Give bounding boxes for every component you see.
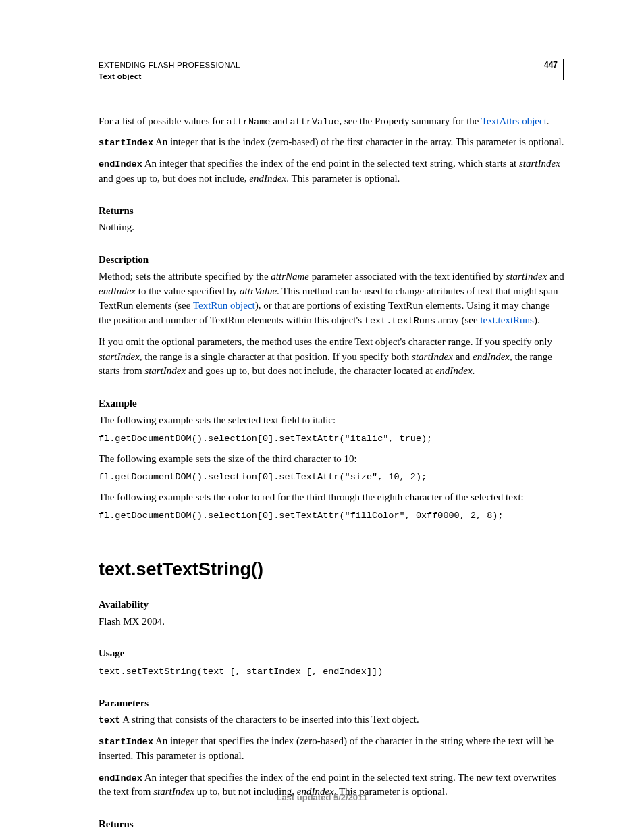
param-startindex: startIndex An integer that specifies the…: [99, 734, 564, 764]
page-number: 447: [544, 59, 564, 80]
footer-updated: Last updated 5/2/2011: [0, 791, 644, 804]
italic: endIndex: [249, 173, 286, 184]
example-label: Example: [99, 396, 564, 411]
code-inline: attrValue: [290, 117, 340, 127]
italic: attrName: [271, 271, 309, 282]
link-textattrs-object[interactable]: TextAttrs object: [481, 115, 547, 126]
example-text-3: The following example sets the color to …: [99, 490, 564, 505]
param-text: An integer that is the index (zero-based…: [153, 136, 564, 147]
param-label: startIndex: [99, 737, 153, 747]
text: , see the Property summary for the: [339, 115, 481, 126]
text: , the range is a single character at tha…: [140, 351, 412, 362]
param-label: endIndex: [99, 773, 142, 783]
text: parameter associated with the text ident…: [309, 271, 506, 282]
text: to the value specified by: [136, 286, 240, 296]
text: .: [473, 365, 475, 376]
italic: startIndex: [412, 351, 453, 362]
param-label: endIndex: [99, 159, 142, 170]
italic: startIndex: [519, 158, 560, 169]
italic: endIndex: [473, 351, 510, 362]
code-inline: attrName: [227, 117, 271, 127]
italic: endIndex: [435, 365, 473, 376]
usage-code: text.setTextString(text [, startIndex [,…: [99, 665, 564, 679]
code-inline: text.textRuns: [365, 316, 435, 326]
example-code-3: fl.getDocumentDOM().selection[0].setText…: [99, 509, 564, 523]
method-heading: text.setTextString(): [99, 556, 564, 583]
page: EXTENDING FLASH PROFESSIONAL Text object…: [0, 0, 644, 834]
header-left: EXTENDING FLASH PROFESSIONAL Text object: [99, 59, 240, 83]
availability-text: Flash MX 2004.: [99, 615, 564, 629]
description-label: Description: [99, 253, 564, 267]
page-header: EXTENDING FLASH PROFESSIONAL Text object…: [99, 59, 564, 83]
text: .: [547, 115, 549, 126]
param-label: text: [99, 715, 120, 725]
example-code-2: fl.getDocumentDOM().selection[0].setText…: [99, 471, 564, 484]
returns-label: Returns: [99, 204, 564, 219]
text: . This parameter is optional.: [286, 173, 400, 184]
text: Method; sets the attribute specified by …: [99, 271, 271, 282]
param-endindex: endIndex An integer that specifies the i…: [99, 157, 564, 186]
usage-label: Usage: [99, 646, 564, 661]
doc-section: Text object: [99, 71, 240, 82]
text: and: [453, 351, 473, 362]
returns-label-2: Returns: [99, 817, 564, 832]
param-startindex: startIndex An integer that is the index …: [99, 135, 564, 150]
italic: startIndex: [506, 271, 547, 282]
text: For a list of possible values for: [99, 115, 227, 126]
returns-text: Nothing.: [99, 220, 564, 235]
text: and: [270, 115, 290, 126]
text: An integer that specifies the index of t…: [142, 158, 519, 169]
description-p2: If you omit the optional parameters, the…: [99, 335, 564, 379]
param-label: startIndex: [99, 138, 153, 148]
param-body: An integer that specifies the index (zer…: [99, 735, 554, 761]
italic: endIndex: [99, 286, 136, 296]
description-p1: Method; sets the attribute specified by …: [99, 269, 564, 328]
text: and goes up to, but does not include, th…: [186, 365, 435, 376]
example-text-1: The following example sets the selected …: [99, 413, 564, 428]
doc-title: EXTENDING FLASH PROFESSIONAL: [99, 59, 240, 71]
param-body: A string that consists of the characters…: [120, 714, 419, 725]
italic: attrValue: [240, 286, 277, 296]
param-text: text A string that consists of the chara…: [99, 712, 564, 727]
availability-label: Availability: [99, 598, 564, 613]
text: and goes up to, but does not include,: [99, 173, 249, 184]
link-textrun-object[interactable]: TextRun object: [193, 300, 255, 311]
parameters-label: Parameters: [99, 696, 564, 711]
italic: startIndex: [144, 365, 186, 376]
text: ).: [534, 315, 540, 325]
intro-paragraph: For a list of possible values for attrNa…: [99, 114, 564, 129]
link-text-textruns[interactable]: text.textRuns: [480, 315, 534, 325]
content: For a list of possible values for attrNa…: [99, 114, 564, 835]
text: If you omit the optional parameters, the…: [99, 336, 552, 347]
italic: startIndex: [99, 351, 140, 362]
text: and: [547, 271, 564, 282]
text: array (see: [435, 315, 480, 325]
example-code-1: fl.getDocumentDOM().selection[0].setText…: [99, 432, 564, 446]
example-text-2: The following example sets the size of t…: [99, 452, 564, 467]
